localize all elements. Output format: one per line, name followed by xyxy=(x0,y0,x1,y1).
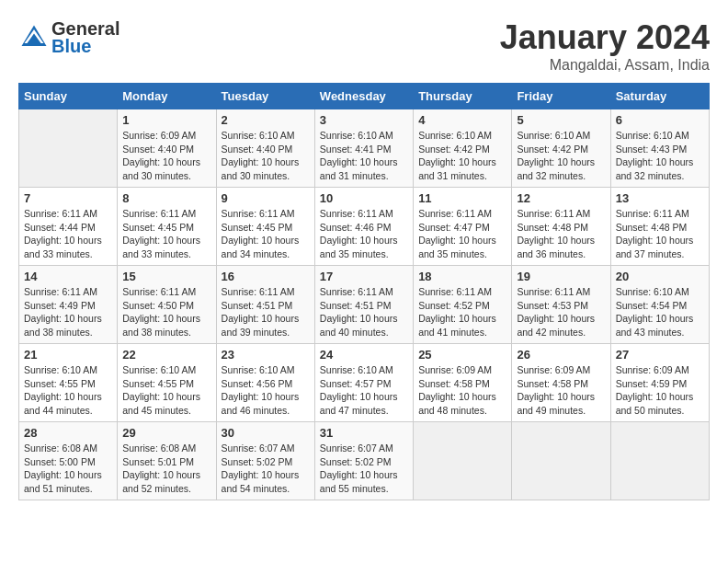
calendar-cell: 7Sunrise: 6:11 AMSunset: 4:44 PMDaylight… xyxy=(19,188,118,266)
calendar-cell: 8Sunrise: 6:11 AMSunset: 4:45 PMDaylight… xyxy=(118,188,216,266)
weekday-header-row: SundayMondayTuesdayWednesdayThursdayFrid… xyxy=(19,84,710,109)
day-info: Sunrise: 6:08 AMSunset: 5:00 PMDaylight:… xyxy=(24,442,112,496)
day-info: Sunrise: 6:11 AMSunset: 4:46 PMDaylight:… xyxy=(320,207,408,261)
day-number: 4 xyxy=(418,113,506,127)
day-info: Sunrise: 6:10 AMSunset: 4:43 PMDaylight:… xyxy=(616,129,704,183)
day-info: Sunrise: 6:11 AMSunset: 4:44 PMDaylight:… xyxy=(24,207,112,261)
page-header: General Blue January 2024 Mangaldai, Ass… xyxy=(18,18,710,74)
calendar-cell: 12Sunrise: 6:11 AMSunset: 4:48 PMDayligh… xyxy=(512,188,610,266)
calendar-week-row: 21Sunrise: 6:10 AMSunset: 4:55 PMDayligh… xyxy=(19,344,710,422)
title-block: January 2024 Mangaldai, Assam, India xyxy=(500,18,710,74)
calendar-cell xyxy=(512,422,610,500)
calendar-table: SundayMondayTuesdayWednesdayThursdayFrid… xyxy=(18,83,710,500)
calendar-cell: 27Sunrise: 6:09 AMSunset: 4:59 PMDayligh… xyxy=(610,344,709,422)
calendar-cell: 10Sunrise: 6:11 AMSunset: 4:46 PMDayligh… xyxy=(314,188,413,266)
day-info: Sunrise: 6:07 AMSunset: 5:02 PMDaylight:… xyxy=(222,442,310,496)
calendar-cell: 14Sunrise: 6:11 AMSunset: 4:49 PMDayligh… xyxy=(19,266,118,344)
day-number: 21 xyxy=(24,348,112,362)
calendar-cell: 23Sunrise: 6:10 AMSunset: 4:56 PMDayligh… xyxy=(216,344,314,422)
day-number: 19 xyxy=(517,270,605,283)
day-info: Sunrise: 6:09 AMSunset: 4:59 PMDaylight:… xyxy=(616,363,704,418)
day-info: Sunrise: 6:09 AMSunset: 4:58 PMDaylight:… xyxy=(517,363,605,418)
day-info: Sunrise: 6:10 AMSunset: 4:54 PMDaylight:… xyxy=(616,285,704,339)
calendar-cell: 6Sunrise: 6:10 AMSunset: 4:43 PMDaylight… xyxy=(610,109,709,188)
calendar-cell: 17Sunrise: 6:11 AMSunset: 4:51 PMDayligh… xyxy=(314,266,413,344)
day-number: 7 xyxy=(24,191,112,205)
day-info: Sunrise: 6:11 AMSunset: 4:50 PMDaylight:… xyxy=(122,285,210,339)
day-number: 30 xyxy=(222,426,310,440)
month-title: January 2024 xyxy=(500,18,710,57)
calendar-week-row: 28Sunrise: 6:08 AMSunset: 5:00 PMDayligh… xyxy=(19,422,710,500)
calendar-cell: 4Sunrise: 6:10 AMSunset: 4:42 PMDaylight… xyxy=(414,109,512,188)
day-info: Sunrise: 6:11 AMSunset: 4:49 PMDaylight:… xyxy=(24,285,112,339)
location: Mangaldai, Assam, India xyxy=(500,57,710,74)
day-info: Sunrise: 6:11 AMSunset: 4:45 PMDaylight:… xyxy=(122,207,210,261)
calendar-week-row: 14Sunrise: 6:11 AMSunset: 4:49 PMDayligh… xyxy=(19,266,710,344)
calendar-cell xyxy=(19,109,118,188)
day-number: 25 xyxy=(418,348,506,362)
calendar-week-row: 7Sunrise: 6:11 AMSunset: 4:44 PMDaylight… xyxy=(19,188,710,266)
day-number: 12 xyxy=(517,191,605,205)
calendar-cell: 21Sunrise: 6:10 AMSunset: 4:55 PMDayligh… xyxy=(19,344,118,422)
calendar-cell: 9Sunrise: 6:11 AMSunset: 4:45 PMDaylight… xyxy=(216,188,314,266)
day-info: Sunrise: 6:11 AMSunset: 4:48 PMDaylight:… xyxy=(517,207,605,261)
day-number: 11 xyxy=(418,191,506,205)
day-info: Sunrise: 6:11 AMSunset: 4:51 PMDaylight:… xyxy=(320,285,408,339)
day-number: 24 xyxy=(320,348,408,362)
day-info: Sunrise: 6:11 AMSunset: 4:51 PMDaylight:… xyxy=(222,285,310,339)
calendar-cell: 29Sunrise: 6:08 AMSunset: 5:01 PMDayligh… xyxy=(118,422,216,500)
calendar-cell: 19Sunrise: 6:11 AMSunset: 4:53 PMDayligh… xyxy=(512,266,610,344)
day-number: 22 xyxy=(122,348,210,362)
day-info: Sunrise: 6:10 AMSunset: 4:55 PMDaylight:… xyxy=(122,363,210,418)
day-number: 27 xyxy=(616,348,704,362)
weekday-header: Sunday xyxy=(19,84,118,109)
day-info: Sunrise: 6:10 AMSunset: 4:55 PMDaylight:… xyxy=(24,363,112,418)
day-number: 18 xyxy=(418,270,506,283)
calendar-cell xyxy=(414,422,512,500)
calendar-cell: 5Sunrise: 6:10 AMSunset: 4:42 PMDaylight… xyxy=(512,109,610,188)
calendar-cell xyxy=(610,422,709,500)
day-number: 28 xyxy=(24,426,112,440)
day-info: Sunrise: 6:10 AMSunset: 4:41 PMDaylight:… xyxy=(320,129,408,183)
day-number: 2 xyxy=(222,113,310,127)
day-number: 16 xyxy=(222,270,310,283)
weekday-header: Tuesday xyxy=(216,84,314,109)
day-info: Sunrise: 6:11 AMSunset: 4:47 PMDaylight:… xyxy=(418,207,506,261)
day-info: Sunrise: 6:11 AMSunset: 4:45 PMDaylight:… xyxy=(222,207,310,261)
day-info: Sunrise: 6:10 AMSunset: 4:42 PMDaylight:… xyxy=(517,129,605,183)
weekday-header: Monday xyxy=(118,84,216,109)
day-number: 6 xyxy=(616,113,704,127)
day-number: 26 xyxy=(517,348,605,362)
calendar-cell: 2Sunrise: 6:10 AMSunset: 4:40 PMDaylight… xyxy=(216,109,314,188)
weekday-header: Thursday xyxy=(414,84,512,109)
day-number: 15 xyxy=(122,270,210,283)
day-info: Sunrise: 6:08 AMSunset: 5:01 PMDaylight:… xyxy=(122,442,210,496)
day-number: 13 xyxy=(616,191,704,205)
day-info: Sunrise: 6:11 AMSunset: 4:53 PMDaylight:… xyxy=(517,285,605,339)
weekday-header: Saturday xyxy=(610,84,709,109)
logo-icon xyxy=(20,22,48,50)
day-info: Sunrise: 6:11 AMSunset: 4:52 PMDaylight:… xyxy=(418,285,506,339)
calendar-cell: 16Sunrise: 6:11 AMSunset: 4:51 PMDayligh… xyxy=(216,266,314,344)
day-number: 17 xyxy=(320,270,408,283)
calendar-week-row: 1Sunrise: 6:09 AMSunset: 4:40 PMDaylight… xyxy=(19,109,710,188)
day-number: 8 xyxy=(122,191,210,205)
day-number: 5 xyxy=(517,113,605,127)
day-info: Sunrise: 6:10 AMSunset: 4:56 PMDaylight:… xyxy=(222,363,310,418)
weekday-header: Wednesday xyxy=(314,84,413,109)
day-number: 31 xyxy=(320,426,408,440)
calendar-cell: 30Sunrise: 6:07 AMSunset: 5:02 PMDayligh… xyxy=(216,422,314,500)
day-number: 14 xyxy=(24,270,112,283)
calendar-cell: 26Sunrise: 6:09 AMSunset: 4:58 PMDayligh… xyxy=(512,344,610,422)
calendar-cell: 28Sunrise: 6:08 AMSunset: 5:00 PMDayligh… xyxy=(19,422,118,500)
day-info: Sunrise: 6:09 AMSunset: 4:58 PMDaylight:… xyxy=(418,363,506,418)
day-number: 23 xyxy=(222,348,310,362)
calendar-cell: 22Sunrise: 6:10 AMSunset: 4:55 PMDayligh… xyxy=(118,344,216,422)
day-number: 9 xyxy=(222,191,310,205)
calendar-cell: 20Sunrise: 6:10 AMSunset: 4:54 PMDayligh… xyxy=(610,266,709,344)
weekday-header: Friday xyxy=(512,84,610,109)
day-info: Sunrise: 6:10 AMSunset: 4:40 PMDaylight:… xyxy=(222,129,310,183)
calendar-cell: 24Sunrise: 6:10 AMSunset: 4:57 PMDayligh… xyxy=(314,344,413,422)
day-info: Sunrise: 6:09 AMSunset: 4:40 PMDaylight:… xyxy=(122,129,210,183)
calendar-cell: 25Sunrise: 6:09 AMSunset: 4:58 PMDayligh… xyxy=(414,344,512,422)
